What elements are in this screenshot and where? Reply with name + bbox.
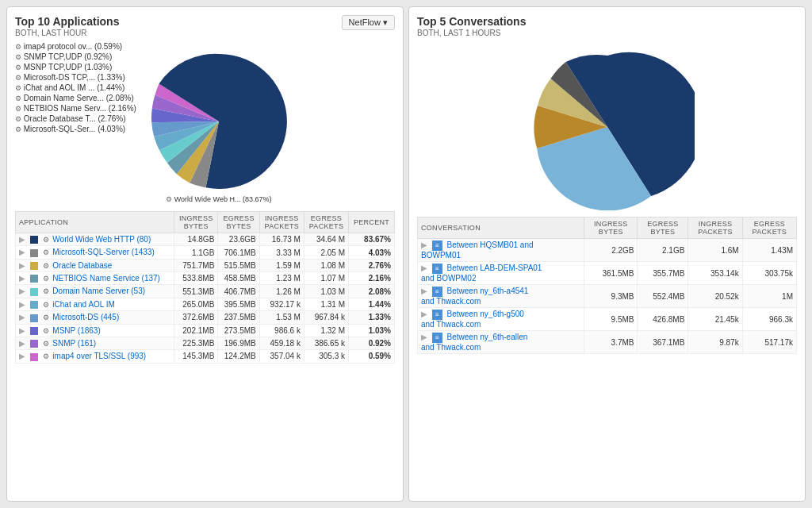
conv-name-cell[interactable]: ▶ ≡ Between HQSMB01 andBOWPM01 xyxy=(418,239,584,262)
row-expand-arrow[interactable]: ▶ xyxy=(19,235,25,244)
egress-packets-cell: 1.32 M xyxy=(304,324,348,337)
percent-cell: 4.03% xyxy=(349,246,395,259)
legend-item-snmp: ⚙ SNMP TCP,UDP (0.92%) xyxy=(15,52,136,61)
egress-bytes-cell: 273.5MB xyxy=(218,324,259,337)
app-name-cell[interactable]: ▶ ⚙ SNMP (161) xyxy=(16,337,174,349)
row-expand-arrow[interactable]: ▶ xyxy=(19,339,25,348)
gear-icon-snmp: ⚙ xyxy=(15,53,21,61)
conv-egress-bytes-cell: 367.1MB xyxy=(638,331,688,354)
app-name-cell[interactable]: ▶ ⚙ Microsoft-SQL-Server (1433) xyxy=(16,246,174,259)
percent-cell: 0.59% xyxy=(349,350,395,363)
ingress-packets-cell: 986.6 k xyxy=(259,324,304,337)
conv-expand-arrow[interactable]: ▶ xyxy=(421,333,427,341)
app-name-link[interactable]: Microsoft-SQL-Server (1433) xyxy=(52,248,154,256)
netflow-button[interactable]: NetFlow ▾ xyxy=(342,15,395,30)
gear-icon-netbios: ⚙ xyxy=(15,105,21,113)
conv-expand-arrow[interactable]: ▶ xyxy=(421,287,427,295)
conv-name-cell[interactable]: ▶ ≡ Between ny_6th-a4541and Thwack.com xyxy=(418,285,584,308)
right-panel-subtitle: BOTH, LAST 1 HOURS xyxy=(417,29,526,37)
app-name-cell[interactable]: ▶ ⚙ Microsoft-DS (445) xyxy=(16,311,174,324)
ingress-bytes-cell: 14.8GB xyxy=(174,233,218,246)
app-name-cell[interactable]: ▶ ⚙ iChat and AOL IM xyxy=(16,298,174,310)
row-expand-arrow[interactable]: ▶ xyxy=(19,326,25,335)
row-expand-arrow[interactable]: ▶ xyxy=(19,274,25,283)
egress-bytes-cell: 395.5MB xyxy=(218,298,259,310)
ingress-packets-cell: 932.17 k xyxy=(259,298,304,310)
legend-label-dns: Domain Name Serve... (2.08%) xyxy=(24,94,134,102)
left-panel-subtitle: BOTH, LAST HOUR xyxy=(15,29,119,37)
gear-icon-imap4: ⚙ xyxy=(15,43,21,51)
right-panel-header: Top 5 Conversations BOTH, LAST 1 HOURS xyxy=(417,15,797,37)
conv-expand-arrow[interactable]: ▶ xyxy=(421,264,427,272)
egress-bytes-cell: 406.7MB xyxy=(218,285,259,298)
conv-name-cell[interactable]: ▶ ≡ Between ny_6th-g500and Thwack.com xyxy=(418,308,584,331)
conv-col-header-conversation: CONVERSATION xyxy=(418,217,584,239)
app-name-cell[interactable]: ▶ ⚙ World Wide Web HTTP (80) xyxy=(16,233,174,246)
row-expand-arrow[interactable]: ▶ xyxy=(19,313,25,321)
row-expand-arrow[interactable]: ▶ xyxy=(19,261,25,270)
ingress-bytes-cell: 145.3MB xyxy=(174,350,218,363)
ingress-bytes-cell: 265.0MB xyxy=(174,298,218,310)
conv-name-cell[interactable]: ▶ ≡ Between ny_6th-eallenand Thwack.com xyxy=(418,331,584,354)
legend-label-oracle: Oracle Database T... (2.76%) xyxy=(24,114,126,123)
ingress-packets-cell: 3.33 M xyxy=(259,246,304,259)
col-header-egress-packets: EGRESSPACKETS xyxy=(304,212,348,233)
app-name-cell[interactable]: ▶ ⚙ Domain Name Server (53) xyxy=(16,285,174,298)
conv-ingress-bytes-cell: 2.2GB xyxy=(584,239,638,262)
conv-icon: ≡ xyxy=(432,310,442,320)
left-panel-header: Top 10 Applications BOTH, LAST HOUR NetF… xyxy=(15,15,395,37)
gear-icon-msnp: ⚙ xyxy=(15,64,21,71)
left-table-row: ▶ ⚙ iChat and AOL IM 265.0MB 395.5MB 932… xyxy=(16,298,395,310)
col-header-percent: PERCENT xyxy=(349,212,395,233)
app-name-cell[interactable]: ▶ ⚙ Oracle Database xyxy=(16,259,174,271)
egress-bytes-cell: 515.5MB xyxy=(218,259,259,271)
right-panel-title: Top 5 Conversations xyxy=(417,15,526,28)
conv-icon: ≡ xyxy=(432,241,442,251)
egress-packets-cell: 1.03 M xyxy=(304,285,348,298)
app-name-link[interactable]: World Wide Web HTTP (80) xyxy=(52,235,151,244)
app-name-link[interactable]: Microsoft-DS (445) xyxy=(52,313,119,321)
conv-egress-packets-cell: 1.43M xyxy=(742,239,796,262)
row-expand-arrow[interactable]: ▶ xyxy=(19,248,25,256)
app-name-link[interactable]: Domain Name Server (53) xyxy=(52,287,145,295)
app-name-cell[interactable]: ▶ ⚙ imap4 over TLS/SSL (993) xyxy=(16,350,174,363)
app-name-link[interactable]: iChat and AOL IM xyxy=(52,300,115,309)
app-name-link[interactable]: imap4 over TLS/SSL (993) xyxy=(52,352,146,360)
legend-item-oracle: ⚙ Oracle Database T... (2.76%) xyxy=(15,114,136,123)
right-table-container: CONVERSATION INGRESSBYTES EGRESSBYTES IN… xyxy=(417,214,797,354)
conv-name-cell[interactable]: ▶ ≡ Between LAB-DEM-SPA01and BOWPM02 xyxy=(418,262,584,285)
conv-icon: ≡ xyxy=(432,264,442,274)
right-table-row: ▶ ≡ Between HQSMB01 andBOWPM01 2.2GB 2.1… xyxy=(418,239,797,262)
conv-egress-packets-cell: 303.75k xyxy=(742,262,796,285)
left-table-container: APPLICATION INGRESSBYTES EGRESSBYTES ING… xyxy=(15,208,395,364)
conv-expand-arrow[interactable]: ▶ xyxy=(421,241,427,249)
legend-item-msds: ⚙ Microsoft-DS TCP,... (1.33%) xyxy=(15,73,136,82)
conv-expand-arrow[interactable]: ▶ xyxy=(421,310,427,318)
left-table-row: ▶ ⚙ imap4 over TLS/SSL (993) 145.3MB 124… xyxy=(16,350,395,363)
left-table-row: ▶ ⚙ World Wide Web HTTP (80) 14.8GB 23.6… xyxy=(16,233,395,246)
left-table-row: ▶ ⚙ Domain Name Server (53) 551.3MB 406.… xyxy=(16,285,395,298)
egress-bytes-cell: 706.1MB xyxy=(218,246,259,259)
app-name-link[interactable]: MSNP (1863) xyxy=(52,326,100,335)
app-name-link[interactable]: SNMP (161) xyxy=(52,339,96,348)
egress-packets-cell: 967.84 k xyxy=(304,311,348,324)
row-expand-arrow[interactable]: ▶ xyxy=(19,352,25,360)
egress-packets-cell: 305.3 k xyxy=(304,350,348,363)
app-name-cell[interactable]: ▶ ⚙ NETBIOS Name Service (137) xyxy=(16,272,174,285)
right-table-row: ▶ ≡ Between LAB-DEM-SPA01and BOWPM02 361… xyxy=(418,262,797,285)
ingress-packets-cell: 1.26 M xyxy=(259,285,304,298)
app-name-link[interactable]: NETBIOS Name Service (137) xyxy=(52,274,160,283)
conv-ingress-bytes-cell: 9.5MB xyxy=(584,308,638,331)
row-expand-arrow[interactable]: ▶ xyxy=(19,287,25,295)
egress-packets-cell: 2.05 M xyxy=(304,246,348,259)
row-expand-arrow[interactable]: ▶ xyxy=(19,300,25,309)
egress-bytes-cell: 196.9MB xyxy=(218,337,259,349)
conv-ingress-packets-cell: 20.52k xyxy=(688,285,742,308)
conv-egress-packets-cell: 966.3k xyxy=(742,308,796,331)
app-name-link[interactable]: Oracle Database xyxy=(52,261,112,270)
conv-ingress-bytes-cell: 361.5MB xyxy=(584,262,638,285)
left-table-row: ▶ ⚙ SNMP (161) 225.3MB 196.9MB 459.18 k … xyxy=(16,337,395,349)
app-name-cell[interactable]: ▶ ⚙ MSNP (1863) xyxy=(16,324,174,337)
legend-item-imap4: ⚙ imap4 protocol ov... (0.59%) xyxy=(15,42,136,51)
percent-cell: 2.08% xyxy=(349,285,395,298)
